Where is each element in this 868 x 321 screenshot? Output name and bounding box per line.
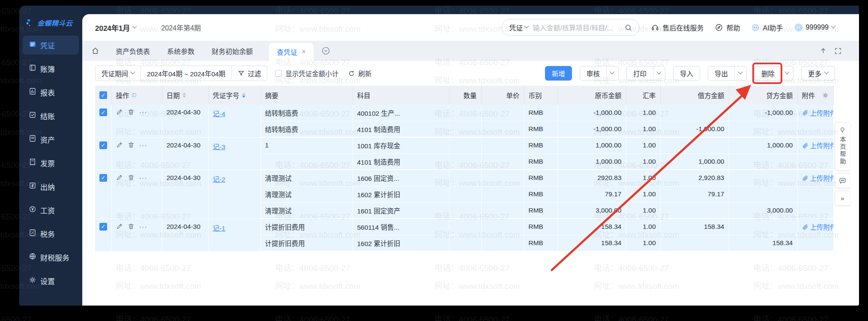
audit-button[interactable]: 审核 [580,66,607,80]
search-category-dropdown[interactable]: 凭证 [509,22,528,33]
print-button[interactable]: 打印 [627,66,653,80]
feedback-chat-button[interactable] [835,173,850,188]
voucher-number-link[interactable]: 记-3 [213,143,225,150]
edit-pencil-icon[interactable] [116,174,123,183]
upload-attachment-link[interactable]: 上传附件 [802,173,829,183]
global-search[interactable]: 凭证 输入金额/核算项目/科目/... [502,19,640,36]
more-actions-icon[interactable]: ··· [139,223,147,231]
upload-attachment-link[interactable]: 上传附件 [802,108,829,117]
sidebar-item-payroll[interactable]: 工资 [23,201,79,219]
quantity-cell [449,170,481,186]
period-range-field[interactable]: 2024年04期 ~ 2024年04期 [141,66,232,81]
op-config-icon[interactable] [131,92,137,98]
more-actions-icon[interactable]: ··· [139,174,147,182]
home-tab-button[interactable] [91,47,99,55]
sidebar-item-tax[interactable]: 税务 [23,224,79,243]
tab-label: 资产负债表 [116,48,150,55]
sidebar-item-report[interactable]: 报表 [23,83,79,102]
delete-trash-icon[interactable] [128,141,135,150]
show-subtotal-checkbox[interactable]: 显示凭证金额小计 [275,69,338,78]
upload-attachment-link[interactable]: 上传附件 [802,222,829,231]
delete-dropdown-button[interactable] [781,66,793,80]
page-help-button[interactable]: 本页帮助 [835,122,850,171]
tab-list-dropdown[interactable] [321,46,330,55]
help-button[interactable]: 帮助 [715,22,740,33]
voucher-number-cell: 记-2 [208,170,260,219]
tab-voucher-query[interactable]: 查凭证× [269,43,314,61]
tab-initial-balance[interactable]: 财务初始余额 [212,46,253,56]
select-all-checkbox[interactable]: ✓ [99,91,107,99]
voucher-number-link[interactable]: 记-2 [213,176,225,183]
row-checkbox-checked[interactable]: ✓ [99,108,107,116]
row-checkbox-checked[interactable]: ✓ [99,174,107,182]
voucher-number-link[interactable]: 记-4 [213,110,225,117]
more-actions-icon[interactable]: ··· [139,142,147,150]
exchange-rate-cell: 1.00 [626,153,660,170]
account-menu[interactable]: 999999 [794,23,835,32]
sort-icons[interactable] [183,93,186,98]
sort-icons-active[interactable] [242,93,245,98]
sidebar-item-voucher[interactable]: 凭证 [23,36,79,54]
voucher-date-cell: 2024-04-30 [162,137,208,170]
edit-pencil-icon[interactable] [116,141,123,150]
upload-attachment-link[interactable]: 上传附件 [802,141,829,150]
delete-button[interactable]: 删除 [755,66,781,80]
col-header-currency: 币别 [524,86,557,105]
add-button[interactable]: 新增 [545,66,572,81]
search-input[interactable]: 输入金额/核算项目/科目/... [533,22,620,33]
filter-button[interactable]: 过滤 [232,66,267,81]
row-checkbox-checked[interactable]: ✓ [99,223,107,231]
original-amount-cell: 1,000.00 [557,137,626,153]
after-sales-service-button[interactable]: 售后在线服务 [651,22,703,33]
scroll-top-icon[interactable] [819,47,827,55]
refresh-button[interactable]: 刷新 [348,69,371,78]
sidebar-item-closing[interactable]: 结账 [23,106,79,125]
checkbox-unchecked[interactable] [275,70,282,77]
sidebar-item-ledger[interactable]: 账簿 [23,59,79,78]
fullscreen-icon[interactable] [834,47,842,55]
sidebar-item-cashier[interactable]: 出纳 [23,177,79,196]
search-icon[interactable] [624,24,632,32]
delete-trash-icon[interactable] [128,108,135,117]
sidebar-item-settings[interactable]: 设置 [23,271,79,290]
edit-pencil-icon[interactable] [116,108,123,117]
sidebar-item-asset[interactable]: 资产 [23,130,79,149]
unit-price-cell [481,137,524,153]
tab-balance-sheet[interactable]: 资产负债表 [116,46,150,56]
page-help-label: 本页帮助 [838,136,847,165]
attachment-cell [797,186,833,202]
collapse-panel-button[interactable]: » [835,191,850,206]
sidebar-item-tax-service[interactable]: 财税服务 [23,248,79,267]
period-type-dropdown[interactable]: 凭证期间 [96,66,141,81]
sidebar-item-invoice[interactable]: 发票 [23,153,79,172]
summary-cell: 结转制造费 [260,121,353,137]
period-month-dropdown[interactable]: 2024年1月 [95,22,136,33]
sidebar-item-label: 财税服务 [40,252,69,263]
more-button[interactable]: 更多 [801,66,835,81]
col-header-vno[interactable]: 凭证字号 [208,86,260,105]
tab-system-params[interactable]: 系统参数 [167,46,195,56]
summary-cell: 计提折旧费用 [260,235,353,251]
delete-trash-icon[interactable] [128,174,135,183]
ai-assistant-button[interactable]: AI助手 [751,22,783,33]
account-cell: 4101 制造费用 [353,153,449,170]
col-header-date[interactable]: 日期 [162,86,208,105]
export-dropdown-button[interactable] [735,66,746,80]
print-dropdown-button[interactable] [653,66,665,80]
voucher-number-link[interactable]: 记-1 [213,225,225,232]
row-checkbox-checked[interactable]: ✓ [99,141,107,149]
audit-dropdown-button[interactable] [607,66,618,80]
more-actions-icon[interactable]: ··· [139,109,147,117]
fiscal-period-label: 2024年第4期 [161,22,201,33]
unit-price-cell [481,105,524,121]
delete-trash-icon[interactable] [128,223,135,231]
export-button[interactable]: 导出 [708,66,735,80]
column-settings-gear-icon[interactable] [822,92,829,99]
quantity-cell [449,219,481,235]
credit-amount-cell: -1,000.00 [729,105,797,121]
page-help-panel[interactable]: 本页帮助 » [835,122,850,206]
import-button[interactable]: 导入 [673,66,700,81]
close-icon[interactable]: × [302,48,306,56]
credit-amount-cell [729,153,797,170]
edit-pencil-icon[interactable] [116,223,123,231]
